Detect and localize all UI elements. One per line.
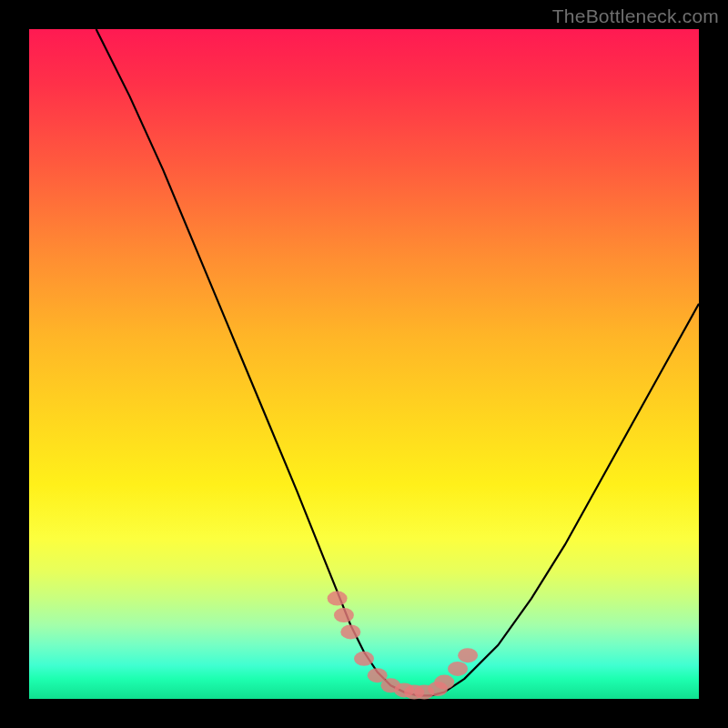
bottleneck-curve bbox=[96, 29, 699, 695]
curve-marker bbox=[340, 624, 360, 639]
curve-svg bbox=[29, 29, 699, 699]
curve-marker bbox=[458, 648, 478, 662]
curve-marker bbox=[328, 592, 348, 606]
curve-marker bbox=[334, 608, 354, 622]
curve-marker bbox=[434, 675, 454, 690]
marker-group bbox=[328, 592, 478, 700]
chart-frame: TheBottleneck.com bbox=[0, 0, 728, 728]
watermark-text: TheBottleneck.com bbox=[552, 5, 719, 27]
plot-area bbox=[29, 29, 699, 699]
curve-marker bbox=[354, 652, 374, 666]
curve-marker bbox=[448, 662, 468, 676]
